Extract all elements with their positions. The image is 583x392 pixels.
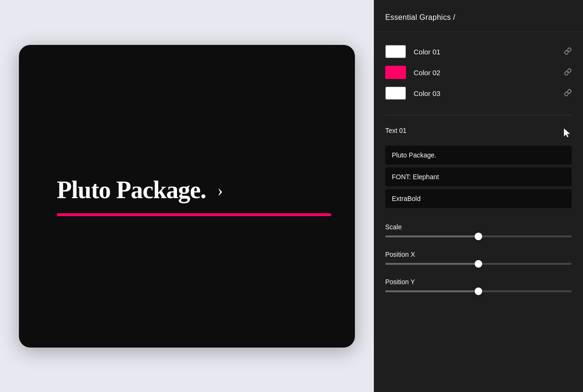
panel-content: Color 01 Color 02	[374, 32, 583, 319]
scale-label: Scale	[385, 223, 572, 231]
color-swatch-03[interactable]	[385, 87, 406, 100]
color-row-02: Color 02	[385, 66, 572, 79]
right-panel: Essential Graphics / Color 01 Color 02	[374, 0, 583, 392]
text-section-label: Text 01	[385, 127, 406, 134]
color-link-icon-02[interactable]	[564, 68, 572, 77]
position-x-label: Position X	[385, 251, 572, 258]
color-link-icon-03[interactable]	[564, 89, 572, 98]
color-swatch-01[interactable]	[385, 45, 406, 58]
preview-arrow: ›	[217, 180, 222, 200]
text-section: Text 01 Pluto Package. FONT: Elephant Ex…	[385, 127, 572, 208]
position-x-slider-section: Position X	[385, 251, 572, 265]
color-swatch-02[interactable]	[385, 66, 406, 79]
left-panel: Pluto Package. ›	[0, 0, 374, 392]
panel-header: Essential Graphics /	[374, 0, 583, 32]
panel-title: Essential Graphics /	[385, 13, 455, 21]
position-y-label: Position Y	[385, 278, 572, 286]
font-field[interactable]: FONT: Elephant	[385, 167, 572, 186]
scale-fill	[385, 235, 478, 237]
position-y-thumb[interactable]	[475, 287, 482, 295]
color-link-icon-01[interactable]	[564, 47, 572, 56]
scale-slider-section: Scale	[385, 223, 572, 237]
preview-card: Pluto Package. ›	[19, 45, 355, 348]
text-header: Text 01	[385, 127, 572, 140]
weight-field[interactable]: ExtraBold	[385, 189, 572, 208]
position-y-slider-section: Position Y	[385, 278, 572, 292]
position-x-fill	[385, 263, 478, 265]
preview-line	[57, 213, 331, 216]
color-label-01: Color 01	[414, 48, 564, 56]
scale-thumb[interactable]	[475, 233, 482, 240]
color-row-03: Color 03	[385, 87, 572, 100]
cursor-icon	[562, 128, 572, 139]
color-row-01: Color 01	[385, 45, 572, 58]
preview-title: Pluto Package. ›	[57, 176, 222, 204]
divider	[385, 115, 572, 115]
position-x-thumb[interactable]	[475, 260, 482, 268]
position-y-fill	[385, 290, 478, 292]
color-label-03: Color 03	[414, 89, 564, 97]
position-y-track[interactable]	[385, 290, 572, 292]
color-label-02: Color 02	[414, 69, 564, 77]
position-x-track[interactable]	[385, 263, 572, 265]
text-value-field[interactable]: Pluto Package.	[385, 146, 572, 165]
color-section: Color 01 Color 02	[385, 45, 572, 100]
preview-text: Pluto Package.	[57, 176, 206, 204]
scale-track[interactable]	[385, 235, 572, 237]
